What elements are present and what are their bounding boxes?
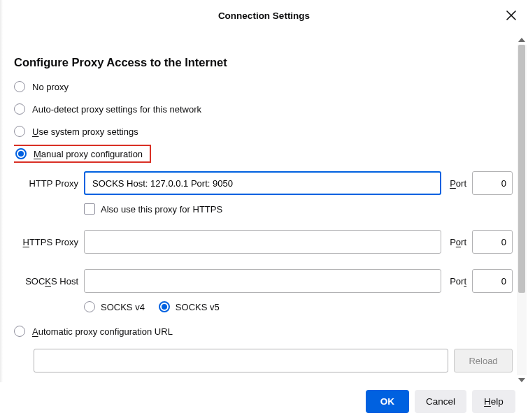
highlight-indicator: Manual proxy configuration: [14, 145, 151, 163]
http-proxy-row: HTTP Proxy Port: [14, 171, 513, 195]
https-port-label: Port: [441, 237, 472, 247]
radio-label: Use system proxy settings: [32, 126, 138, 137]
also-use-https-label: Also use this proxy for HTTPS: [101, 204, 222, 215]
section-heading: Configure Proxy Access to the Internet: [14, 56, 513, 69]
cancel-button[interactable]: Cancel: [415, 390, 466, 413]
radio-icon: [14, 326, 25, 337]
http-port-input[interactable]: [472, 171, 513, 195]
pac-url-input[interactable]: [34, 349, 448, 372]
socks-host-row: SOCKS Host Port: [14, 269, 513, 293]
socks-host-input[interactable]: [84, 269, 441, 293]
ok-button[interactable]: OK: [366, 390, 409, 413]
connection-settings-dialog: Connection Settings Configure Proxy Acce…: [0, 0, 528, 420]
radio-auto-config-url[interactable]: Automatic proxy configuration URL: [14, 324, 513, 339]
radio-label: Auto-detect proxy settings for this netw…: [32, 104, 201, 115]
https-proxy-row: HTTPS Proxy Port: [14, 230, 513, 254]
scroll-up-icon[interactable]: [517, 35, 527, 45]
http-proxy-input[interactable]: [84, 171, 441, 195]
radio-label: Automatic proxy configuration URL: [32, 326, 173, 337]
socks-port-input[interactable]: [472, 269, 513, 293]
radio-no-proxy[interactable]: No proxy: [14, 79, 513, 94]
dialog-title: Connection Settings: [218, 10, 310, 21]
socks-version-row: SOCKS v4 SOCKS v5: [84, 301, 513, 312]
https-proxy-label: HTTPS Proxy: [14, 237, 84, 247]
radio-system-proxy[interactable]: Use system proxy settings: [14, 124, 513, 139]
also-use-https-row[interactable]: Also use this proxy for HTTPS: [84, 203, 513, 215]
radio-icon: [15, 148, 27, 159]
radio-label: SOCKS v5: [176, 302, 220, 312]
socks-host-label: SOCKS Host: [14, 276, 84, 287]
https-port-input[interactable]: [472, 230, 513, 254]
close-icon: [506, 10, 516, 20]
radio-socks-v5[interactable]: SOCKS v5: [159, 301, 220, 312]
close-button[interactable]: [503, 7, 520, 24]
radio-label: SOCKS v4: [101, 302, 145, 312]
titlebar: Connection Settings: [0, 0, 528, 31]
radio-label: No proxy: [32, 82, 69, 92]
radio-auto-detect[interactable]: Auto-detect proxy settings for this netw…: [14, 101, 513, 117]
help-button[interactable]: Help: [472, 390, 515, 413]
radio-icon: [84, 301, 95, 312]
radio-icon: [14, 81, 25, 92]
https-proxy-input[interactable]: [84, 230, 441, 254]
http-port-label: Port: [441, 178, 472, 189]
dialog-footer: OK Cancel Help: [0, 382, 528, 420]
radio-icon: [14, 126, 25, 137]
also-use-https-checkbox[interactable]: [84, 203, 95, 215]
radio-label: Manual proxy configuration: [34, 149, 143, 159]
http-proxy-label: HTTP Proxy: [14, 178, 84, 189]
scroll-track[interactable]: [517, 45, 527, 375]
dialog-content: Configure Proxy Access to the Internet N…: [14, 35, 513, 382]
radio-icon: [159, 301, 170, 312]
pac-url-row: Reload: [34, 349, 513, 372]
reload-button[interactable]: Reload: [454, 349, 513, 372]
shadow: [0, 0, 3, 420]
scroll-thumb[interactable]: [518, 45, 525, 293]
radio-icon: [14, 103, 25, 115]
socks-port-label: Port: [441, 276, 472, 287]
vertical-scrollbar[interactable]: [517, 35, 527, 385]
radio-socks-v4[interactable]: SOCKS v4: [84, 301, 145, 312]
radio-manual-proxy[interactable]: Manual proxy configuration: [14, 146, 513, 161]
